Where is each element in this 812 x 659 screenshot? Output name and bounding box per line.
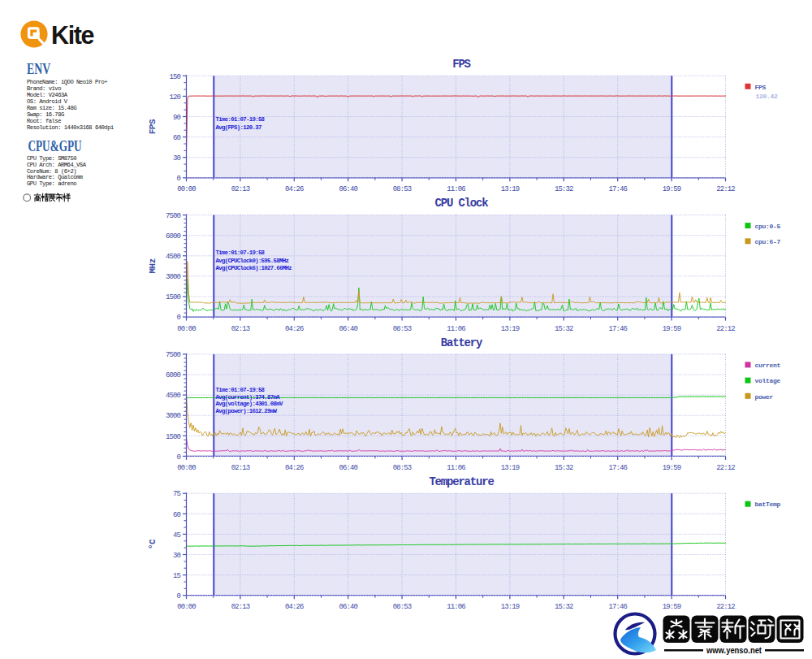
- svg-text:02:13: 02:13: [231, 185, 250, 193]
- svg-text:ENV: ENV: [27, 61, 51, 77]
- svg-text:15:32: 15:32: [555, 325, 573, 333]
- svg-text:0: 0: [176, 453, 180, 462]
- svg-text:batTemp: batTemp: [755, 501, 781, 508]
- svg-text:Battery: Battery: [441, 336, 483, 349]
- svg-text:PhoneName: iQOO Neo10 Pro+: PhoneName: iQOO Neo10 Pro+: [27, 79, 107, 85]
- svg-text:04:26: 04:26: [285, 464, 304, 472]
- svg-text:0: 0: [176, 175, 180, 183]
- svg-text:Time:01:07-19:58: Time:01:07-19:58: [216, 387, 266, 393]
- svg-text:1500: 1500: [166, 293, 181, 301]
- svg-text:04:26: 04:26: [285, 185, 304, 193]
- svg-text:Time:01:07-19:58: Time:01:07-19:58: [216, 116, 266, 123]
- svg-text:02:13: 02:13: [231, 603, 250, 611]
- svg-text:08:53: 08:53: [393, 325, 412, 333]
- svg-text:7500: 7500: [166, 351, 181, 359]
- svg-text:06:40: 06:40: [339, 464, 357, 472]
- svg-text:120.42: 120.42: [756, 93, 779, 100]
- svg-text:90: 90: [173, 114, 181, 122]
- svg-text:22:12: 22:12: [716, 464, 735, 472]
- svg-text:MHz: MHz: [148, 258, 158, 273]
- svg-text:Time:01:07-19:58: Time:01:07-19:58: [216, 249, 266, 256]
- svg-text:00:00: 00:00: [177, 325, 196, 333]
- svg-text:19:59: 19:59: [663, 464, 681, 472]
- svg-text:08:53: 08:53: [393, 603, 412, 611]
- svg-text:00:00: 00:00: [177, 464, 196, 472]
- svg-text:13:19: 13:19: [501, 603, 520, 611]
- svg-text:15:32: 15:32: [555, 185, 573, 193]
- svg-text:°C: °C: [148, 539, 158, 549]
- svg-text:Resolution: 1440x3168 640dpi: Resolution: 1440x3168 640dpi: [27, 124, 114, 131]
- svg-text:www.yenso.net: www.yenso.net: [706, 645, 762, 655]
- svg-text:3000: 3000: [166, 412, 181, 420]
- svg-text:08:53: 08:53: [393, 464, 412, 472]
- svg-text:04:26: 04:26: [285, 603, 304, 611]
- svg-text:17:46: 17:46: [608, 325, 627, 333]
- svg-text:06:40: 06:40: [339, 325, 357, 333]
- svg-text:Ram size: 15.48G: Ram size: 15.48G: [27, 105, 76, 111]
- svg-text:60: 60: [173, 511, 181, 519]
- svg-text:cpu:0-5: cpu:0-5: [755, 223, 781, 230]
- svg-text:19:59: 19:59: [663, 325, 681, 333]
- svg-text:CPU&GPU: CPU&GPU: [28, 138, 81, 154]
- svg-text:00:00: 00:00: [177, 185, 196, 193]
- svg-text:45: 45: [173, 531, 181, 540]
- svg-text:15:32: 15:32: [555, 464, 573, 472]
- svg-text:cpu:6-7: cpu:6-7: [755, 238, 781, 245]
- svg-text:CPU Arch: ARM64_VSA: CPU Arch: ARM64_VSA: [27, 162, 87, 168]
- svg-text:FPS: FPS: [755, 84, 767, 91]
- svg-text:Brand: vivo: Brand: vivo: [27, 85, 61, 92]
- svg-text:4500: 4500: [166, 392, 181, 400]
- svg-text:15:32: 15:32: [555, 603, 573, 611]
- svg-text:02:13: 02:13: [231, 464, 250, 472]
- svg-text:Model: V2463A: Model: V2463A: [27, 92, 68, 98]
- svg-text:CPU Type: SM8750: CPU Type: SM8750: [27, 155, 76, 162]
- svg-text:current: current: [755, 362, 781, 369]
- svg-text:19:59: 19:59: [663, 603, 681, 611]
- svg-text:06:40: 06:40: [339, 603, 357, 611]
- svg-text:13:19: 13:19: [501, 325, 520, 333]
- svg-text:Hardware: Qualcomm: Hardware: Qualcomm: [27, 174, 83, 180]
- svg-text:Avg(voltage):4301.08mV: Avg(voltage):4301.08mV: [216, 401, 283, 407]
- svg-text:22:12: 22:12: [716, 185, 735, 193]
- svg-text:CoreNum: 8 (6+2): CoreNum: 8 (6+2): [27, 168, 76, 175]
- svg-text:17:46: 17:46: [608, 603, 627, 611]
- svg-text:04:26: 04:26: [285, 325, 304, 333]
- svg-text:11:06: 11:06: [447, 325, 465, 333]
- svg-text:Avg(power):1612.29mW: Avg(power):1612.29mW: [216, 408, 278, 414]
- svg-text:power: power: [755, 393, 774, 401]
- svg-text:75: 75: [173, 490, 181, 498]
- svg-text:4500: 4500: [166, 253, 181, 261]
- svg-text:13:19: 13:19: [501, 464, 520, 472]
- svg-text:00:00: 00:00: [177, 603, 196, 611]
- svg-text:17:46: 17:46: [608, 464, 627, 472]
- svg-text:Avg(FPS):120.37: Avg(FPS):120.37: [216, 124, 261, 131]
- svg-text:3000: 3000: [166, 273, 181, 281]
- svg-text:15: 15: [173, 572, 181, 580]
- svg-text:150: 150: [169, 73, 180, 81]
- svg-text:OS: Android V: OS: Android V: [27, 98, 68, 105]
- svg-text:17:46: 17:46: [608, 185, 627, 193]
- svg-text:30: 30: [173, 154, 181, 163]
- svg-text:Avg(current):374.87mA: Avg(current):374.87mA: [216, 394, 281, 401]
- svg-text:0: 0: [176, 314, 180, 322]
- svg-text:GPU Type: adreno: GPU Type: adreno: [27, 180, 76, 187]
- svg-text:11:06: 11:06: [447, 185, 465, 193]
- svg-text:13:19: 13:19: [501, 185, 520, 193]
- svg-text:6000: 6000: [166, 232, 181, 241]
- svg-text:Root: false: Root: false: [27, 118, 61, 124]
- svg-text:120: 120: [169, 93, 180, 102]
- svg-text:6000: 6000: [166, 371, 181, 379]
- svg-text:FPS: FPS: [452, 58, 470, 71]
- svg-text:06:40: 06:40: [339, 185, 357, 193]
- svg-text:Avg(CPUClock6):1027.66MHz: Avg(CPUClock6):1027.66MHz: [216, 265, 292, 271]
- svg-text:FPS: FPS: [148, 119, 158, 134]
- svg-text:Swap: 16.78G: Swap: 16.78G: [27, 111, 64, 118]
- svg-text:22:12: 22:12: [716, 325, 735, 333]
- svg-text:08:53: 08:53: [393, 185, 412, 193]
- svg-text:11:06: 11:06: [447, 464, 465, 472]
- svg-text:Temperature: Temperature: [429, 475, 494, 488]
- svg-text:1500: 1500: [166, 433, 181, 441]
- svg-text:60: 60: [173, 134, 181, 142]
- svg-text:02:13: 02:13: [231, 325, 250, 333]
- svg-text:Avg(CPUClock0):595.58MHz: Avg(CPUClock0):595.58MHz: [216, 258, 289, 264]
